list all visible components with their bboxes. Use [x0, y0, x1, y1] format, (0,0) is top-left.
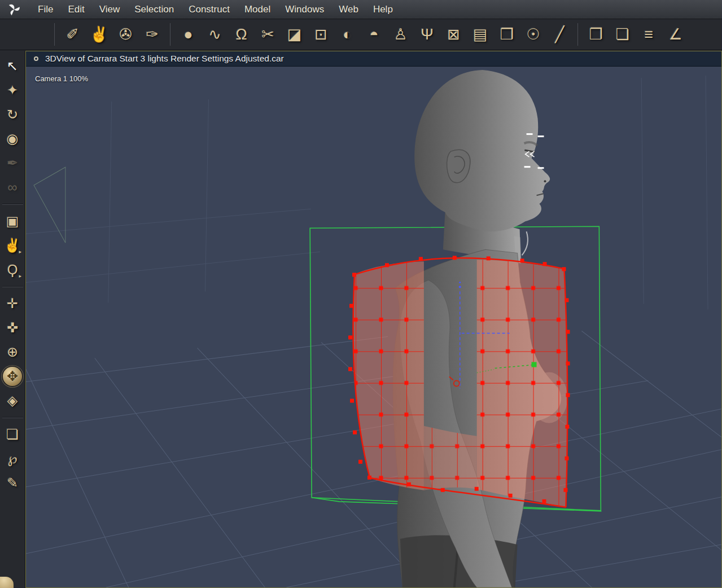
viewport-title-bar: 3DView of Carrara Start 3 lights Render … [26, 51, 721, 67]
lasso-select-tool-icon[interactable]: ℘ [3, 449, 22, 468]
vase-lathe-tool-icon[interactable]: ♙ [387, 22, 414, 47]
transform-star-tool-icon[interactable]: ✦ [3, 81, 22, 100]
scene-3d[interactable] [26, 67, 721, 587]
rotate-tool-icon[interactable]: ↻ [3, 105, 22, 124]
sidebar-separator [2, 417, 23, 418]
sidebar-separator [2, 204, 23, 205]
app-window: FileEditViewSelectionConstructModelWindo… [0, 0, 722, 588]
magnet-tool-icon[interactable]: Ω [228, 22, 255, 47]
angle-ruler-tool-icon[interactable]: ∠ [662, 22, 689, 47]
menu-items: FileEditViewSelectionConstructModelWindo… [30, 4, 400, 15]
drawing-plane-tool-icon[interactable]: ◈ [3, 391, 22, 410]
marquee-modeler-tool-icon[interactable]: ⊡ [308, 22, 334, 47]
wrench-tool-icon[interactable]: ✇ [112, 22, 139, 47]
pan-hand-tool-icon[interactable]: ✌▸ [3, 236, 22, 255]
universal-manipulator-tool-icon[interactable]: ✥ [3, 367, 22, 386]
toolbar-separator [577, 23, 578, 46]
polyline-tool-icon[interactable]: ∿ [202, 22, 228, 47]
viewport-title: 3DView of Carrara Start 3 lights Render … [45, 54, 284, 64]
menu-view[interactable]: View [92, 4, 128, 15]
toolbar-separator [54, 23, 55, 46]
viewport-panel: 3DView of Carrara Start 3 lights Render … [25, 51, 722, 588]
dome-lantern-tool-icon[interactable]: ◓ [361, 22, 387, 47]
camera-selector-label[interactable]: Camera 1 100% [35, 74, 88, 83]
page-wrap-tool-icon[interactable]: ❏ [609, 22, 636, 47]
eyedropper-tool-icon[interactable]: ✒ [3, 153, 22, 173]
marquee-select-tool-icon[interactable]: ❏ [3, 425, 22, 444]
smooth-trowel-tool-icon[interactable]: ✑ [139, 22, 165, 47]
toolbar-separator [170, 23, 170, 46]
text-3d-tool-icon[interactable]: ≡ [636, 22, 662, 47]
flyout-arrow-icon: ▸ [19, 273, 21, 279]
delete-face-tool-icon[interactable]: ⊠ [440, 22, 467, 47]
sidebar-separator [2, 286, 23, 287]
scissors-tool-icon[interactable]: ✂ [255, 22, 281, 47]
pan-camera-tool-icon[interactable]: ✜ [3, 318, 22, 337]
hand-tool-icon[interactable]: ✌ [86, 22, 112, 47]
toolbar: ✐✌✇✑●∿Ω✂◪⊡◐◓♙Ψ⊠▤❒☉╱❐❏≡∠ [0, 19, 722, 50]
select-arrow-tool-icon[interactable]: ↖ [3, 56, 22, 76]
viewport-collapse-icon[interactable] [34, 56, 38, 61]
camera-tool-icon[interactable]: ▣ [3, 212, 22, 231]
knife-tool-icon[interactable]: ◪ [281, 22, 308, 47]
viewport-canvas[interactable]: Camera 1 100% [26, 67, 721, 587]
zoom-tool-icon[interactable]: Ϙ▸ [3, 260, 22, 279]
menu-model[interactable]: Model [237, 4, 278, 15]
paintbrush-select-tool-icon[interactable]: ✎ [3, 473, 22, 493]
spline-edit-tool-icon[interactable]: ✐ [59, 22, 86, 47]
goblet-tool-icon[interactable]: Ψ [414, 22, 440, 47]
page-unfold-tool-icon[interactable]: ❐ [583, 22, 609, 47]
move-camera-tool-icon[interactable]: ✛ [3, 294, 22, 313]
menu-edit[interactable]: Edit [60, 4, 91, 15]
line-tool-icon[interactable]: ╱ [546, 22, 573, 47]
sphere-primitive-tool-icon[interactable]: ● [175, 22, 202, 47]
menu-help[interactable]: Help [366, 4, 400, 15]
menu-file[interactable]: File [30, 4, 60, 15]
sphere-paint-tool-icon[interactable]: ☉ [520, 22, 546, 47]
flyout-arrow-icon: ▸ [19, 249, 21, 254]
tool-sidebar: ↖✦↻◉✒∞▣✌▸Ϙ▸✛✜⊕✥◈❏℘✎ [0, 51, 25, 588]
menu-windows[interactable]: Windows [278, 4, 331, 15]
trackball-rotate-tool-icon[interactable]: ◉ [3, 129, 22, 148]
menu-construct[interactable]: Construct [181, 4, 237, 15]
bag-tool-icon[interactable]: ❒ [493, 22, 520, 47]
menu-selection[interactable]: Selection [127, 4, 181, 15]
stack-layers-tool-icon[interactable]: ▤ [467, 22, 493, 47]
menu-bar: FileEditViewSelectionConstructModelWindo… [0, 0, 722, 19]
menu-web[interactable]: Web [331, 4, 366, 15]
dolly-camera-tool-icon[interactable]: ⊕ [3, 343, 22, 362]
half-sphere-tool-icon[interactable]: ◐ [334, 22, 361, 47]
carrara-pinwheel-icon [6, 2, 23, 17]
link-tool-icon[interactable]: ∞ [3, 178, 22, 197]
